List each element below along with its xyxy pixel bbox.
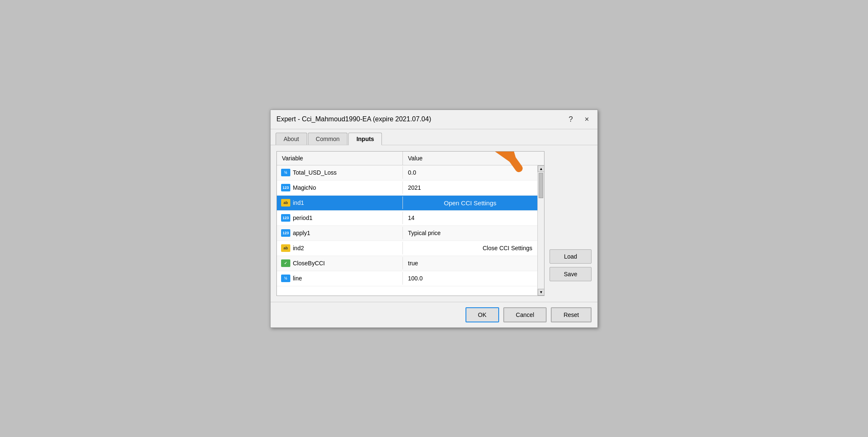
variable-name: ind1 (293, 199, 304, 206)
cell-value: 2021 (403, 182, 537, 194)
variable-name: CloseByCCI (293, 260, 325, 267)
expert-window: Expert - Cci_Mahmoud1990-EA (expire 2021… (270, 110, 598, 328)
cell-variable: 123 MagicNo (277, 181, 403, 194)
table-row[interactable]: ab ind2 Close CCI Settings (277, 241, 537, 256)
cell-variable: ½ Total_USD_Loss (277, 166, 403, 179)
title-bar: Expert - Cci_Mahmoud1990-EA (expire 2021… (271, 110, 597, 129)
table-header: Variable Value (277, 152, 544, 165)
variable-name: ind2 (293, 245, 304, 251)
table-row[interactable]: 123 apply1 Typical price (277, 226, 537, 241)
column-value-header: Value (403, 152, 544, 165)
side-buttons: Load Save (550, 151, 592, 296)
cell-variable: ✓ CloseByCCI (277, 257, 403, 270)
table-body: ½ Total_USD_Loss 0.0 123 MagicNo 2021 (277, 165, 537, 296)
cell-variable: ab ind2 (277, 242, 403, 254)
save-button[interactable]: Save (550, 267, 592, 281)
table-row[interactable]: 123 MagicNo 2021 (277, 181, 537, 196)
tab-inputs[interactable]: Inputs (348, 133, 382, 145)
cell-value-close-cci: Close CCI Settings (403, 242, 537, 254)
cell-value: 0.0 (403, 167, 537, 178)
scroll-down-button[interactable]: ▼ (538, 289, 544, 296)
title-bar-controls: ? × (566, 114, 592, 125)
cell-value: 100.0 (403, 272, 537, 284)
icon-ab: ab (281, 199, 290, 207)
icon-v2: ½ (281, 275, 290, 282)
variable-name: period1 (293, 215, 313, 221)
inputs-table-container: Variable Value ½ Total_USD_Loss 0.0 (276, 151, 544, 296)
cell-variable: 123 apply1 (277, 227, 403, 239)
table-row[interactable]: ½ line 100.0 (277, 271, 537, 286)
icon-ab: ab (281, 244, 290, 252)
cancel-button[interactable]: Cancel (503, 307, 547, 322)
variable-name: Total_USD_Loss (293, 169, 337, 176)
scrollbar[interactable]: ▲ ▼ (537, 165, 544, 296)
ok-button[interactable]: OK (466, 307, 499, 322)
table-with-scrollbar: ½ Total_USD_Loss 0.0 123 MagicNo 2021 (277, 165, 544, 296)
cell-value-open-cci: Open CCI Settings (403, 197, 537, 209)
cell-value: 14 (403, 212, 537, 224)
cell-value: Typical price (403, 227, 537, 239)
variable-name: line (293, 275, 302, 282)
icon-v2: ½ (281, 169, 290, 176)
cell-variable: ab ind1 (277, 196, 403, 209)
cell-variable: 123 period1 (277, 212, 403, 224)
icon-123: 123 (281, 184, 290, 191)
help-button[interactable]: ? (566, 114, 575, 125)
icon-green: ✓ (281, 259, 290, 267)
scrollbar-thumb[interactable] (539, 173, 543, 198)
cell-variable: ½ line (277, 272, 403, 285)
icon-123: 123 (281, 229, 290, 237)
load-button[interactable]: Load (550, 249, 592, 264)
cell-value: true (403, 257, 537, 269)
variable-name: apply1 (293, 230, 310, 236)
close-button[interactable]: × (582, 114, 592, 125)
tab-about[interactable]: About (276, 133, 307, 145)
scroll-up-button[interactable]: ▲ (538, 165, 544, 172)
content-area: Variable Value ½ Total_USD_Loss 0.0 (271, 145, 597, 302)
variable-name: MagicNo (293, 184, 316, 191)
table-row[interactable]: 123 period1 14 (277, 211, 537, 226)
table-row[interactable]: ½ Total_USD_Loss 0.0 (277, 165, 537, 181)
table-row-selected[interactable]: ab ind1 Open CCI Settings (277, 196, 537, 211)
icon-123: 123 (281, 214, 290, 222)
window-title: Expert - Cci_Mahmoud1990-EA (expire 2021… (276, 115, 431, 123)
table-row[interactable]: ✓ CloseByCCI true (277, 256, 537, 271)
footer: OK Cancel Reset (271, 302, 597, 327)
tab-common[interactable]: Common (308, 133, 348, 145)
reset-button[interactable]: Reset (551, 307, 592, 322)
tab-bar: About Common Inputs (271, 129, 597, 145)
column-variable-header: Variable (277, 152, 403, 165)
